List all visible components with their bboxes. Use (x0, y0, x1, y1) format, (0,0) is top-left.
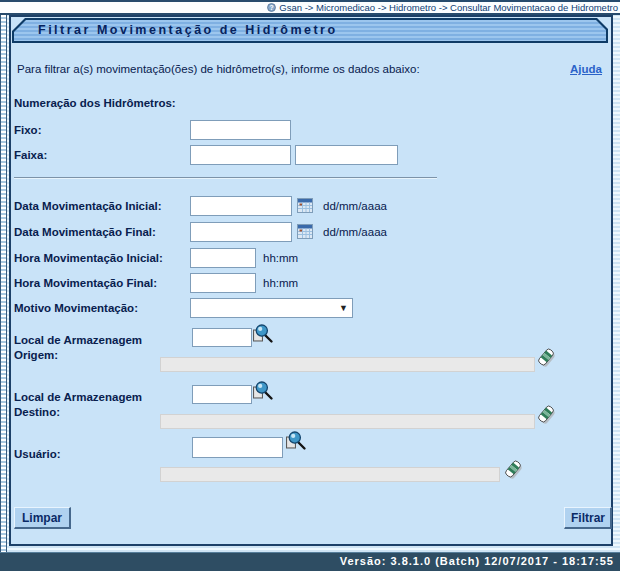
data-inicial-label: Data Movimentação Inicial: (14, 200, 162, 212)
hora-final-input[interactable] (190, 273, 256, 293)
section-divider (14, 177, 437, 179)
data-final-format-hint: dd/mm/aaaa (323, 226, 387, 238)
local-destino-code-input[interactable] (192, 385, 252, 404)
hora-inicial-label: Hora Movimentação Inicial: (14, 252, 163, 264)
svg-text:?: ? (270, 4, 274, 11)
filtrar-button[interactable]: Filtrar (564, 507, 612, 529)
hora-final-label: Hora Movimentação Final: (14, 277, 157, 289)
page-title: Filtrar Movimentação de Hidrômetro (14, 20, 606, 41)
local-destino-description-field (160, 414, 535, 429)
intro-text: Para filtrar a(s) movimentação(ões) de h… (17, 63, 420, 75)
search-icon[interactable] (285, 431, 307, 455)
local-origem-label-line2: Origem: (14, 348, 142, 363)
page-title-bar: Filtrar Movimentação de Hidrômetro (12, 18, 608, 43)
ajuda-link[interactable]: Ajuda (570, 63, 602, 75)
data-inicial-input[interactable] (190, 196, 292, 216)
local-origem-label-line1: Local de Armazenagem (14, 333, 142, 348)
left-striped-band (0, 15, 7, 552)
motivo-select[interactable]: ▼ (190, 298, 353, 318)
local-origem-code-input[interactable] (192, 328, 252, 347)
local-origem-description-field (160, 357, 535, 372)
usuario-label: Usuário: (14, 448, 61, 460)
faixa-to-input[interactable] (295, 145, 398, 165)
eraser-icon[interactable] (503, 458, 523, 484)
chevron-down-icon: ▼ (339, 303, 348, 313)
local-destino-label: Local de Armazenagem Destino: (14, 390, 142, 420)
calendar-icon[interactable] (297, 224, 313, 243)
local-destino-label-line2: Destino: (14, 405, 142, 420)
calendar-icon[interactable] (297, 198, 313, 217)
usuario-description-field (160, 467, 500, 482)
data-final-label: Data Movimentação Final: (14, 226, 156, 238)
numeracao-heading: Numeração dos Hidrômetros: (14, 97, 176, 109)
local-origem-label: Local de Armazenagem Origem: (14, 333, 142, 363)
eraser-icon[interactable] (536, 346, 556, 372)
search-icon[interactable] (252, 381, 274, 405)
usuario-code-input[interactable] (192, 437, 283, 458)
breadcrumb: ?Gsan -> Micromedicao -> Hidrometro -> C… (0, 2, 620, 13)
window: ?Gsan -> Micromedicao -> Hidrometro -> C… (0, 0, 620, 571)
hora-final-format-hint: hh:mm (263, 277, 298, 289)
version-status-bar: Versão: 3.8.1.0 (Batch) 12/07/2017 - 18:… (0, 552, 620, 571)
hora-inicial-input[interactable] (190, 248, 256, 268)
breadcrumb-text: Gsan -> Micromedicao -> Hidrometro -> Co… (279, 2, 620, 13)
motivo-label: Motivo Movimentação: (14, 302, 138, 314)
fixo-label: Fixo: (14, 124, 41, 136)
faixa-from-input[interactable] (190, 145, 291, 165)
hora-inicial-format-hint: hh:mm (263, 252, 298, 264)
data-final-input[interactable] (190, 222, 292, 242)
local-destino-label-line1: Local de Armazenagem (14, 390, 142, 405)
faixa-label: Faixa: (14, 149, 47, 161)
eraser-icon[interactable] (536, 403, 556, 429)
search-icon[interactable] (252, 324, 274, 348)
fixo-input[interactable] (190, 120, 291, 140)
data-inicial-format-hint: dd/mm/aaaa (323, 200, 387, 212)
limpar-button[interactable]: Limpar (14, 507, 71, 529)
